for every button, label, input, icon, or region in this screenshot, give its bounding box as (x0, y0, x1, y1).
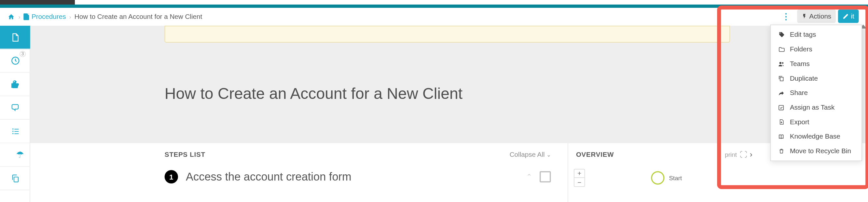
expand-icon[interactable]: ⛶ (740, 150, 747, 159)
sidebar-tab-document[interactable] (0, 26, 30, 49)
bolt-icon (801, 13, 807, 20)
edit-icon (843, 13, 849, 19)
menu-edit-tags[interactable]: Edit tags (771, 27, 862, 42)
step-title: Access the account creation form (186, 170, 519, 183)
chevron-up-icon: ⌃ (547, 151, 551, 158)
chevron-right-icon: › (69, 14, 71, 20)
sidebar-tab-comments[interactable] (0, 96, 30, 120)
file-icon (24, 13, 29, 20)
svg-rect-11 (780, 77, 783, 81)
menu-item-label: Teams (790, 60, 810, 68)
export-icon (777, 119, 785, 126)
sidebar-badge: 3 (20, 51, 26, 57)
menu-duplicate[interactable]: Duplicate (771, 71, 862, 86)
menu-recycle-bin[interactable]: Move to Recycle Bin (771, 144, 862, 159)
svg-rect-3 (14, 133, 18, 134)
svg-point-9 (779, 62, 781, 64)
warning-banner (165, 26, 730, 43)
svg-rect-2 (14, 131, 18, 131)
sidebar-tab-risk[interactable]: ☂ (0, 143, 30, 167)
menu-folders[interactable]: Folders (771, 42, 862, 57)
actions-button[interactable]: Actions (797, 9, 836, 23)
collapse-all-label: Collapse All (510, 150, 545, 159)
actions-button-label: Actions (809, 12, 832, 20)
menu-item-label: Knowledge Base (790, 133, 840, 140)
overview-panel: OVERVIEW print ⛶ › + − Start (567, 143, 758, 202)
svg-rect-5 (12, 130, 13, 131)
svg-rect-6 (12, 133, 13, 134)
svg-rect-12 (779, 105, 783, 110)
collapse-all-button[interactable]: Collapse All ⌃ (510, 150, 551, 159)
menu-assign-task[interactable]: Assign as Task (771, 100, 862, 115)
menu-teams[interactable]: Teams (771, 57, 862, 71)
menu-share[interactable]: Share (771, 86, 862, 100)
tag-icon (777, 31, 785, 38)
main-area: How to Create an Account for a New Clien… (30, 26, 868, 202)
breadcrumb-procedures[interactable]: Procedures (32, 13, 66, 21)
home-icon[interactable] (7, 13, 15, 20)
more-menu-button[interactable]: ⋮ (777, 9, 795, 23)
menu-item-label: Folders (790, 45, 812, 53)
folder-icon (777, 46, 785, 53)
breadcrumb: › Procedures › How to Create an Account … (7, 9, 862, 24)
edit-button[interactable]: it (838, 9, 859, 23)
menu-item-label: Share (790, 89, 808, 97)
start-node-label: Start (669, 175, 682, 181)
teams-icon (777, 61, 785, 67)
menu-knowledge-base[interactable]: Knowledge Base (771, 129, 862, 144)
zoom-control: + − (574, 169, 585, 187)
content-lower: STEPS LIST Collapse All ⌃ 1 Access the a… (30, 143, 868, 202)
page-title: How to Create an Account for a New Clien… (165, 85, 463, 103)
steps-header: STEPS LIST (165, 150, 205, 159)
chevron-right-icon: › (19, 14, 21, 20)
book-icon (777, 133, 785, 139)
step-checkbox[interactable] (539, 171, 551, 182)
chevron-right-icon[interactable]: › (750, 150, 752, 159)
step-row[interactable]: 1 Access the account creation form ⌃ (165, 166, 551, 188)
svg-rect-4 (12, 128, 13, 129)
actions-menu: Edit tags Folders Teams Duplicate Share … (770, 25, 862, 161)
task-icon (777, 104, 785, 111)
flow-start-node[interactable]: Start (651, 171, 682, 184)
menu-export[interactable]: Export (771, 115, 862, 130)
menu-item-label: Duplicate (790, 74, 818, 82)
chevron-up-icon[interactable]: ⌃ (526, 173, 532, 180)
menu-item-label: Edit tags (790, 31, 816, 39)
sidebar-tab-copy[interactable] (0, 167, 30, 190)
kebab-icon: ⋮ (782, 12, 790, 21)
zoom-out-button[interactable]: − (575, 178, 585, 187)
menu-item-label: Export (790, 118, 809, 126)
sidebar-tab-approvals[interactable] (0, 73, 30, 96)
steps-panel: STEPS LIST Collapse All ⌃ 1 Access the a… (165, 143, 551, 188)
step-number: 1 (165, 170, 178, 183)
sidebar-tab-tasks[interactable] (0, 120, 30, 143)
start-node-circle (651, 171, 664, 184)
top-teal-strip (0, 5, 868, 8)
svg-point-10 (782, 62, 784, 63)
top-dark-strip (0, 0, 75, 5)
zoom-in-button[interactable]: + (575, 169, 585, 178)
overview-header: OVERVIEW (576, 150, 614, 159)
menu-item-label: Assign as Task (790, 103, 835, 111)
breadcrumb-current: How to Create an Account for a New Clien… (74, 13, 202, 21)
menu-item-label: Move to Recycle Bin (790, 147, 851, 155)
print-button[interactable]: print (725, 151, 737, 158)
sidebar-tab-history[interactable]: 3 (0, 49, 30, 72)
trash-icon (777, 148, 785, 155)
svg-rect-7 (14, 177, 18, 181)
edit-button-label: it (851, 12, 854, 20)
share-icon (777, 90, 785, 96)
duplicate-icon (777, 75, 785, 82)
left-sidebar: 3 ☂ (0, 26, 30, 202)
svg-rect-1 (14, 129, 18, 129)
